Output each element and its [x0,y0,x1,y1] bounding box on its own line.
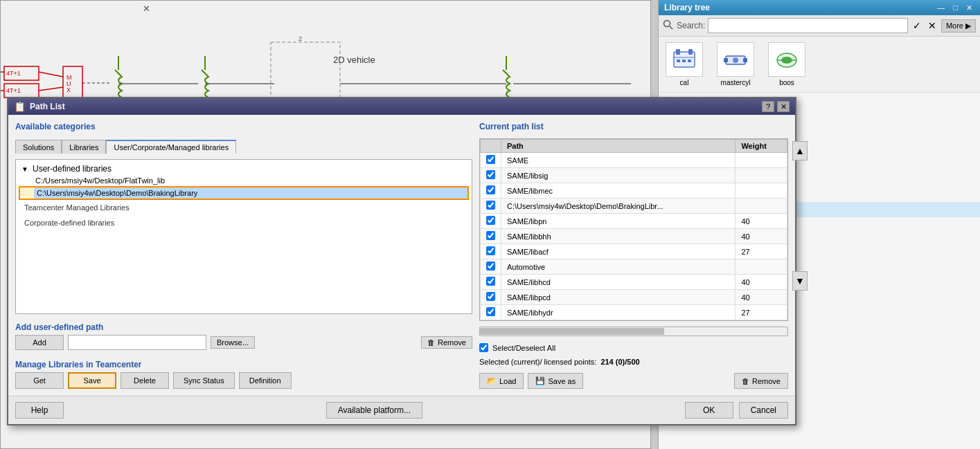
library-tree-title: Library tree [664,3,710,12]
canvas-close-button[interactable]: ✕ [143,3,150,14]
row-weight-5: 40 [736,214,787,229]
tree-node-corporate[interactable]: Corporate-defined libraries [19,215,469,230]
table-row: SAME/libbhh 40 [481,229,787,244]
row-checkbox-9[interactable] [486,277,495,286]
lib-icon-mastercyl[interactable]: mastercyl [717,42,754,86]
row-path-4: C:\Users\msiy4w\Desktop\Demo\BrakingLibr… [501,199,736,214]
lib-icon-cal-label: cal [680,79,689,86]
get-button[interactable]: Get [15,372,64,389]
lib-icon-cal-box [666,42,703,77]
table-row: SAME/libpn 40 [481,214,787,229]
select-all-row: Select/Deselect All [479,343,788,352]
remove-icon: 🗑 [742,377,749,385]
tab-solutions[interactable]: Solutions [15,140,62,154]
path-table: Path Weight SAME SAME/libsig [480,139,787,320]
search-input[interactable] [708,18,908,33]
tab-bar: Solutions Libraries User/Corporate/Manag… [15,140,472,154]
row-weight-4 [736,199,787,214]
tree-node-user-defined-label: User-defined libraries [33,164,112,174]
row-checkbox-2[interactable] [486,170,495,179]
tree-node-user-defined[interactable]: ▼ User-defined libraries [19,163,469,175]
tab-libraries[interactable]: Libraries [62,140,106,154]
dialog-close-button[interactable]: ✕ [777,101,790,112]
row-checkbox-6[interactable] [486,231,495,240]
save-button[interactable]: Save [68,372,116,389]
lib-icon-cal[interactable]: cal [666,42,703,86]
tree-grandchild-path2: C:\Users\msiy4w\Desktop\Demo\BrakingLibr… [19,186,469,200]
tab-user-corporate[interactable]: User/Corporate/Managed libraries [106,140,236,154]
expand-icon: ▼ [21,165,30,173]
svg-point-49 [781,57,792,64]
row-checkbox-7[interactable] [486,246,495,255]
svg-line-36 [670,26,672,29]
tree-child-path1: C:/Users/msiy4w/Desktop/FlatTwin_lib [19,175,469,186]
svg-rect-43 [688,59,691,62]
add-path-section: Add user-defined path Add Browse... 🗑 Re… [15,322,472,350]
search-confirm-button[interactable]: ✓ [911,20,923,31]
svg-rect-45 [724,58,728,62]
tree-node-path1[interactable]: C:/Users/msiy4w/Desktop/FlatTwin_lib [33,175,469,186]
horizontal-scrollbar[interactable] [479,327,788,336]
tree-node-corporate-label: Corporate-defined libraries [21,217,117,229]
scroll-down-button[interactable]: ▼ [792,271,808,291]
row-path-2: SAME/libsig [501,168,736,183]
search-icon [663,19,674,33]
row-checkbox-3[interactable] [486,185,495,194]
save-as-label: Save as [548,377,576,385]
ok-button[interactable]: OK [685,402,733,419]
row-path-3: SAME/libmec [501,183,736,199]
left-panel: Available categories Solutions Libraries… [15,122,472,389]
col-path: Path [501,140,736,153]
search-more-button[interactable]: More ▶ [941,19,976,33]
row-checkbox-10[interactable] [486,292,495,301]
dialog-title: 📋 Path List [14,101,65,112]
table-row: SAME/libpcd 40 [481,290,787,305]
library-tree-minimize-button[interactable]: — [935,3,947,12]
select-all-checkbox[interactable] [479,343,488,352]
path-table-body: SAME SAME/libsig SAME/libmec [481,153,787,320]
row-checkbox-11[interactable] [486,307,495,316]
library-tree-restore-button[interactable]: □ [951,3,960,12]
sync-status-button[interactable]: Sync Status [173,372,235,389]
dialog-help-button[interactable]: ? [762,101,774,112]
svg-point-47 [733,57,738,63]
library-tree-close-button[interactable]: ✕ [964,3,974,12]
row-path-10: SAME/libpcd [501,290,736,305]
load-button[interactable]: 📂 Load [479,373,524,389]
svg-rect-42 [682,59,686,62]
row-checkbox-1[interactable] [486,155,495,164]
add-path-add-button[interactable]: Add [15,335,64,350]
help-button[interactable]: Help [15,402,64,419]
add-path-input[interactable] [68,335,206,350]
delete-button[interactable]: Delete [121,372,169,389]
scroll-arrows: ▲ ▼ [792,141,808,291]
cancel-button[interactable]: Cancel [739,402,788,419]
lib-icon-mastercyl-box [717,42,754,77]
scroll-up-button[interactable]: ▲ [792,141,808,161]
tree-node-path2[interactable]: C:\Users\msiy4w\Desktop\Demo\BrakingLibr… [34,187,467,199]
remove-path-button[interactable]: 🗑 Remove [421,336,472,349]
browse-button[interactable]: Browse... [211,336,255,349]
save-as-button[interactable]: 💾 Save as [528,373,583,389]
remove-from-path-button[interactable]: 🗑 Remove [734,373,788,389]
path-table-container: Path Weight SAME SAME/libsig [479,138,788,321]
col-weight: Weight [736,140,787,153]
svg-rect-41 [677,59,680,62]
search-label: Search: [677,21,705,30]
row-checkbox-4[interactable] [486,201,495,210]
definition-button[interactable]: Definition [239,372,292,389]
table-row: SAME/libmec [481,183,787,199]
lib-icon-boos[interactable]: boos [768,42,805,86]
search-cancel-button[interactable]: ✕ [926,20,938,31]
tree-node-path1-label: C:/Users/msiy4w/Desktop/FlatTwin_lib [35,176,165,185]
available-platform-button[interactable]: Available platform... [326,402,422,419]
row-checkbox-5[interactable] [486,216,495,225]
save-icon: 💾 [535,376,545,385]
lib-icon-mastercyl-label: mastercyl [721,79,751,86]
row-checkbox-8[interactable] [486,262,495,271]
dialog-titlebar: 📋 Path List ? ✕ [8,98,795,115]
tree-node-teamcenter[interactable]: Teamcenter Managed Libraries [19,200,469,215]
row-weight-3 [736,183,787,199]
points-value: 214 (0)/500 [600,358,639,366]
categories-tree-panel: ▼ User-defined libraries C:/Users/msiy4w… [15,159,472,314]
